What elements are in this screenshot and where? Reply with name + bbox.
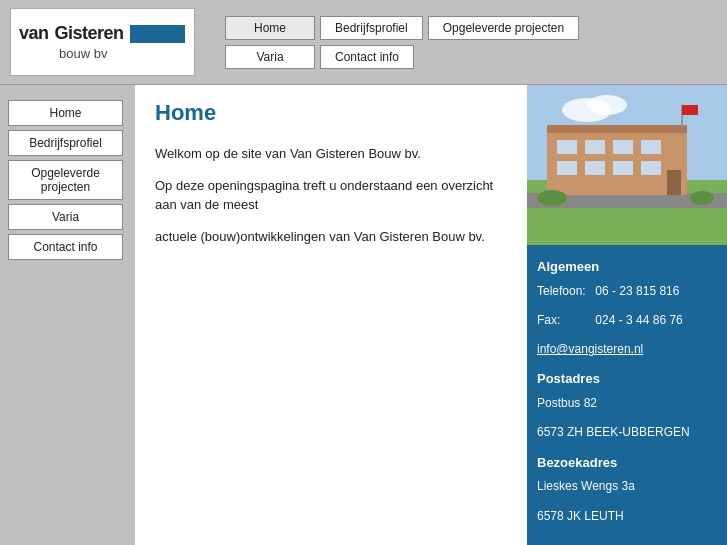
svg-rect-17 (682, 105, 698, 115)
fax-label: Fax: (537, 311, 592, 330)
page-title: Home (155, 100, 507, 126)
logo-bouw-text: bouw bv (59, 46, 107, 61)
algemeen-title: Algemeen (537, 257, 717, 278)
contact-email: info@vangisteren.nl (537, 340, 717, 359)
bezoekadres-title: Bezoekadres (537, 453, 717, 474)
page-content: Home Welkom op de site van Van Gisteren … (135, 85, 527, 545)
building-image (527, 85, 727, 245)
svg-rect-7 (557, 140, 577, 154)
nav-varia-button[interactable]: Varia (225, 45, 315, 69)
paragraph-2: Op deze openingspagina treft u onderstaa… (155, 176, 507, 215)
postbus: Postbus 82 (537, 394, 717, 413)
svg-rect-8 (585, 140, 605, 154)
contact-telefoon: Telefoon: 06 - 23 815 816 (537, 282, 717, 301)
svg-point-18 (537, 190, 567, 206)
bezoek-straat: Lieskes Wengs 3a (537, 477, 717, 496)
svg-rect-13 (613, 161, 633, 175)
header: van Gisteren bouw bv Home Bedrijfsprofie… (0, 0, 727, 85)
nav-contact-button[interactable]: Contact info (320, 45, 414, 69)
nav-home-button[interactable]: Home (225, 16, 315, 40)
svg-rect-15 (667, 170, 681, 195)
fax-value: 024 - 3 44 86 76 (595, 313, 682, 327)
logo-bar-decoration (130, 25, 185, 43)
nav-row-1: Home Bedrijfsprofiel Opgeleverde project… (225, 16, 579, 40)
svg-rect-10 (641, 140, 661, 154)
top-navigation: Home Bedrijfsprofiel Opgeleverde project… (225, 16, 579, 69)
logo-gisteren-text: Gisteren (55, 23, 124, 44)
paragraph-1: Welkom op de site van Van Gisteren Bouw … (155, 144, 507, 164)
svg-rect-14 (641, 161, 661, 175)
sidebar-opgeleverde-button[interactable]: Opgeleverde projecten (8, 160, 123, 200)
logo-van-text: van (19, 23, 49, 44)
contact-fax: Fax: 024 - 3 44 86 76 (537, 311, 717, 330)
telefoon-label: Telefoon: (537, 282, 592, 301)
bezoek-postcode: 6578 JK LEUTH (537, 507, 717, 526)
sidebar-home-button[interactable]: Home (8, 100, 123, 126)
svg-rect-6 (547, 125, 687, 133)
paragraph-3: actuele (bouw)ontwikkelingen van Van Gis… (155, 227, 507, 247)
bezoekadres-section: Bezoekadres Lieskes Wengs 3a 6578 JK LEU… (537, 453, 717, 526)
postadres-section: Postadres Postbus 82 6573 ZH BEEK-UBBERG… (537, 369, 717, 442)
main-area: Home Bedrijfsprofiel Opgeleverde project… (0, 85, 727, 545)
right-panel: Algemeen Telefoon: 06 - 23 815 816 Fax: … (527, 85, 727, 545)
postadres-title: Postadres (537, 369, 717, 390)
svg-point-19 (690, 191, 714, 205)
svg-rect-9 (613, 140, 633, 154)
nav-opgeleverde-button[interactable]: Opgeleverde projecten (428, 16, 579, 40)
sidebar-varia-button[interactable]: Varia (8, 204, 123, 230)
algemeen-section: Algemeen Telefoon: 06 - 23 815 816 Fax: … (537, 257, 717, 359)
telefoon-value: 06 - 23 815 816 (595, 284, 679, 298)
sidebar-bedrijfsprofiel-button[interactable]: Bedrijfsprofiel (8, 130, 123, 156)
email-link[interactable]: info@vangisteren.nl (537, 342, 643, 356)
logo: van Gisteren bouw bv (10, 8, 195, 76)
sidebar-contact-button[interactable]: Contact info (8, 234, 123, 260)
nav-row-2: Varia Contact info (225, 45, 579, 69)
svg-point-2 (587, 95, 627, 115)
contact-info-box: Algemeen Telefoon: 06 - 23 815 816 Fax: … (527, 245, 727, 545)
svg-rect-12 (585, 161, 605, 175)
nav-bedrijfsprofiel-button[interactable]: Bedrijfsprofiel (320, 16, 423, 40)
postcode-stad: 6573 ZH BEEK-UBBERGEN (537, 423, 717, 442)
sidebar: Home Bedrijfsprofiel Opgeleverde project… (0, 85, 135, 545)
svg-rect-11 (557, 161, 577, 175)
